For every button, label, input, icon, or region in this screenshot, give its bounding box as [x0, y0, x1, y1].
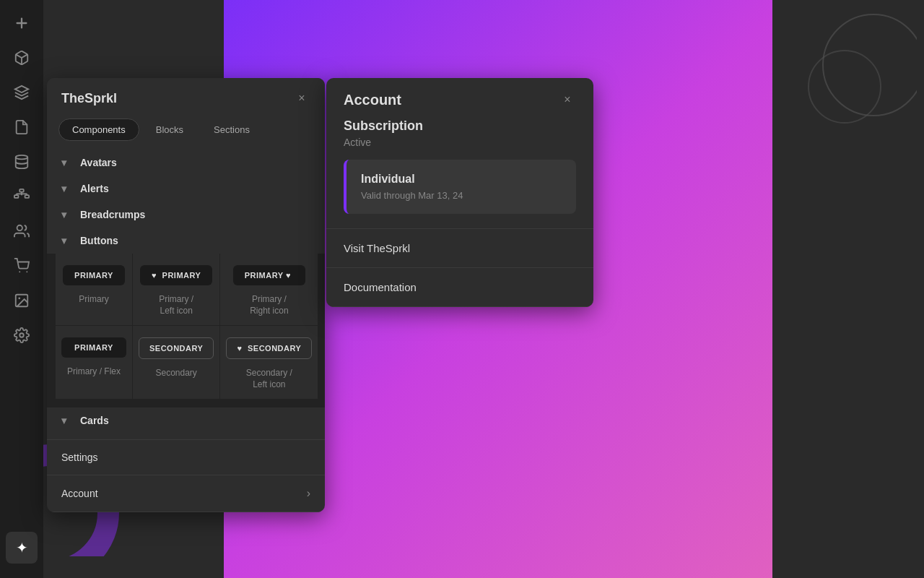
component-list: ▾ Avatars ▾ Alerts ▾ Breadcrumps ▾ Butto…	[47, 150, 325, 439]
svg-rect-8	[25, 195, 30, 198]
footer-account-label: Account	[61, 488, 98, 499]
svg-point-14	[19, 271, 20, 272]
section-avatars[interactable]: ▾ Avatars	[47, 150, 325, 176]
svg-point-18	[19, 333, 24, 337]
section-cards[interactable]: ▾ Cards	[47, 407, 325, 434]
chevron-alerts: ▾	[61, 183, 73, 194]
footer-account-arrow: ›	[307, 487, 310, 500]
button-cell-secondary-left: ♥ SECONDARY Secondary /Left icon	[220, 326, 318, 399]
section-cards-label: Cards	[80, 415, 109, 426]
panel-footer: Settings Account ›	[47, 439, 325, 512]
button-cell-primary: PRIMARY Primary	[56, 254, 132, 325]
sidebar-item-settings[interactable]	[6, 319, 38, 351]
sidebar-star-button[interactable]: ✦	[6, 532, 38, 564]
section-avatars-label: Avatars	[80, 157, 117, 168]
sidebar-item-hierarchy[interactable]	[6, 181, 38, 212]
subscription-plan: Individual	[361, 173, 562, 186]
main-panel-title: TheSprkl	[61, 91, 117, 106]
account-link-docs[interactable]: Documentation	[326, 268, 593, 307]
button-cell-primary-right: PRIMARY ♥ Primary /Right icon	[220, 254, 318, 325]
btn-primary-right-label: Primary /Right icon	[250, 294, 288, 316]
btn-primary-preview[interactable]: PRIMARY	[63, 265, 125, 285]
sidebar-item-database[interactable]	[6, 146, 38, 178]
main-panel-header: TheSprkl ×	[47, 78, 325, 118]
svg-point-0	[823, 14, 917, 116]
section-alerts-label: Alerts	[80, 183, 109, 194]
subscription-heading: Subscription	[344, 118, 576, 134]
footer-settings-label: Settings	[61, 452, 98, 463]
sidebar-item-document[interactable]	[6, 111, 38, 143]
tabs-bar: Components Blocks Sections	[47, 118, 325, 150]
chevron-avatars: ▾	[61, 157, 73, 168]
svg-point-15	[26, 271, 27, 272]
svg-point-17	[18, 297, 20, 299]
sidebar: ✦	[0, 0, 43, 578]
btn-primary-label: Primary	[79, 294, 108, 306]
account-panel-title: Account	[344, 92, 401, 108]
btn-secondary-label: Secondary	[156, 368, 197, 379]
tab-sections[interactable]: Sections	[200, 118, 263, 141]
section-breadcrumps[interactable]: ▾ Breadcrumps	[47, 202, 325, 228]
subscription-status: Active	[344, 137, 576, 148]
sidebar-item-layers[interactable]	[6, 77, 38, 108]
chevron-buttons: ▾	[61, 235, 73, 246]
svg-rect-7	[14, 195, 19, 198]
account-links: Visit TheSprkl Documentation	[326, 228, 593, 307]
account-panel-header: Account ×	[326, 78, 593, 118]
svg-rect-6	[19, 189, 24, 192]
section-buttons-label: Buttons	[80, 235, 118, 246]
buttons-grid: PRIMARY Primary ♥ PRIMARY Primary /Left …	[47, 254, 325, 407]
svg-marker-4	[15, 86, 28, 92]
subscription-section: Subscription Active Individual Valid thr…	[326, 118, 593, 228]
tab-components[interactable]: Components	[58, 118, 139, 141]
account-link-docs-label: Documentation	[344, 281, 417, 293]
main-panel-close[interactable]: ×	[293, 90, 310, 107]
deco-circles-top-right	[758, 7, 917, 152]
svg-point-5	[16, 155, 28, 160]
sidebar-item-add[interactable]	[6, 7, 38, 39]
footer-account[interactable]: Account ›	[47, 475, 325, 512]
svg-point-1	[808, 51, 881, 123]
main-panel: TheSprkl × Components Blocks Sections ▾ …	[47, 78, 325, 512]
section-alerts[interactable]: ▾ Alerts	[47, 176, 325, 202]
button-cell-primary-left: ♥ PRIMARY Primary /Left icon	[133, 254, 219, 325]
account-link-visit[interactable]: Visit TheSprkl	[326, 229, 593, 268]
button-cell-primary-flex: PRIMARY Primary / Flex	[56, 326, 132, 399]
svg-point-13	[17, 225, 22, 230]
tab-blocks[interactable]: Blocks	[142, 118, 197, 141]
chevron-breadcrumps: ▾	[61, 209, 73, 220]
btn-primary-left-preview[interactable]: ♥ PRIMARY	[140, 265, 212, 285]
account-link-visit-label: Visit TheSprkl	[344, 242, 410, 254]
sidebar-item-users[interactable]	[6, 215, 38, 247]
chevron-cards: ▾	[61, 415, 73, 426]
subscription-card: Individual Valid through Mar 13, 24	[344, 160, 576, 214]
btn-secondary-left-label: Secondary /Left icon	[246, 368, 292, 390]
account-panel: Account × Subscription Active Individual…	[326, 78, 593, 307]
btn-secondary-preview[interactable]: SECONDARY	[139, 337, 214, 359]
section-buttons[interactable]: ▾ Buttons	[47, 228, 325, 254]
subscription-validity: Valid through Mar 13, 24	[361, 190, 562, 201]
sidebar-item-cube[interactable]	[6, 42, 38, 74]
button-cell-secondary: SECONDARY Secondary	[133, 326, 219, 399]
btn-primary-flex-label: Primary / Flex	[67, 366, 121, 378]
account-panel-close[interactable]: ×	[559, 91, 576, 108]
sidebar-item-gallery[interactable]	[6, 285, 38, 316]
footer-settings[interactable]: Settings	[47, 440, 325, 475]
btn-primary-right-preview[interactable]: PRIMARY ♥	[233, 265, 305, 285]
sidebar-item-cart[interactable]	[6, 250, 38, 282]
btn-secondary-left-preview[interactable]: ♥ SECONDARY	[226, 337, 312, 359]
section-breadcrumps-label: Breadcrumps	[80, 209, 145, 220]
btn-primary-left-label: Primary /Left icon	[159, 294, 193, 316]
btn-primary-flex-preview[interactable]: PRIMARY	[61, 337, 126, 358]
